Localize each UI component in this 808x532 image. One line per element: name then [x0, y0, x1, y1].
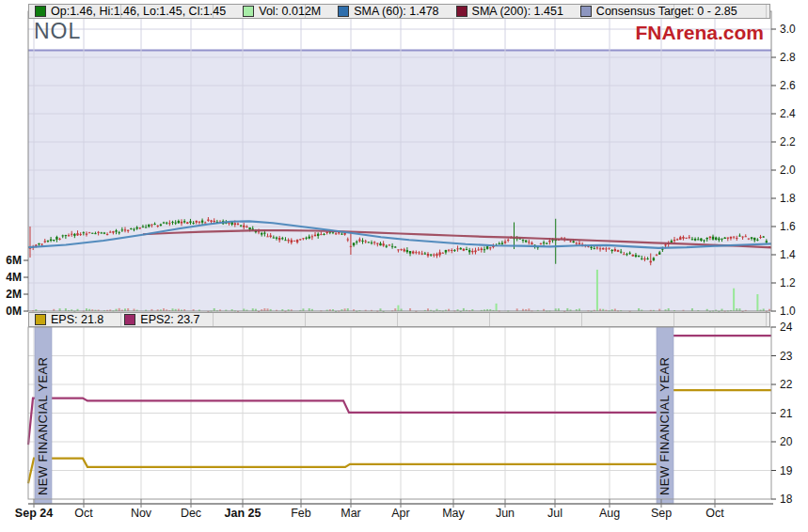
eps-legend-item: EPS: 21.8: [35, 313, 103, 326]
x-axis-label: May: [442, 507, 465, 520]
x-axis-label: Jan 25: [225, 507, 261, 520]
price-axis-label: 2.0: [780, 164, 796, 177]
x-axis-label: Oct: [74, 507, 93, 520]
price-axis-label: 2.6: [780, 79, 796, 92]
sma60-swatch: [338, 6, 349, 17]
x-axis-label: Sep: [651, 507, 672, 520]
price-axis-label: 2.8: [780, 51, 796, 64]
sma60-legend-item: SMA (60): 1.478: [338, 5, 438, 18]
ohlc-legend-item: Op:1.46, Hi:1.46, Lo:1.45, Cl:1.45: [35, 5, 226, 18]
ohlc-swatch: [35, 6, 46, 17]
volume-label: Vol: 0.012M: [259, 5, 321, 18]
price-axis-label: 1.8: [780, 192, 796, 205]
price-axis-label: 2.4: [780, 107, 796, 120]
x-axis-label: Apr: [391, 507, 409, 520]
x-axis-label: Jun: [496, 507, 515, 520]
consensus-swatch: [580, 6, 592, 17]
eps2-legend-item: EPS2: 23.7: [124, 313, 199, 326]
eps-axis-label: 19: [780, 464, 793, 477]
volume-swatch: [243, 6, 254, 17]
x-axis-label: Jul: [547, 507, 562, 520]
new-financial-year-label: NEW FINANCIAL YEAR: [36, 357, 50, 495]
sma60-label: SMA (60): 1.478: [354, 5, 438, 18]
ohlc-label: Op:1.46, Hi:1.46, Lo:1.45, Cl:1.45: [51, 5, 226, 18]
eps2-swatch: [124, 314, 135, 325]
x-axis-label: Aug: [599, 507, 620, 520]
symbol-title: NOL: [34, 19, 81, 44]
sma200-label: SMA (200): 1.451: [472, 5, 563, 18]
eps-axis-label: 24: [780, 321, 793, 334]
price-axis-label: 1.2: [780, 276, 796, 289]
price-axis-label: 3.0: [780, 23, 796, 36]
volume-axis-label: 0M: [6, 305, 22, 318]
eps-swatch: [35, 314, 46, 325]
eps-axis-label: 20: [780, 435, 793, 448]
x-axis-label: Nov: [131, 507, 152, 520]
price-legend-bar: Op:1.46, Hi:1.46, Lo:1.45, Cl:1.45Vol: 0…: [28, 4, 770, 19]
price-axis-label: 1.6: [780, 220, 796, 233]
x-axis-label: Feb: [291, 507, 311, 520]
consensus-label: Consensus Target: 0 - 2.85: [596, 5, 737, 18]
eps-axis-label: 18: [780, 493, 793, 506]
price-axis-label: 1.4: [780, 248, 796, 261]
price-axis-label: 2.2: [780, 135, 796, 149]
sma200-swatch: [456, 6, 467, 17]
eps-legend-bar: EPS: 21.8EPS2: 23.7: [28, 312, 770, 327]
volume-legend-item: Vol: 0.012M: [243, 5, 321, 18]
x-axis-label: Sep 24: [15, 507, 53, 520]
stock-chart-canvas: 3.02.82.62.42.22.01.81.61.41.21.06M4M2M0…: [0, 0, 808, 532]
fnarena-brand: FNArena.com: [635, 22, 764, 44]
stock-chart-page: 3.02.82.62.42.22.01.81.61.41.21.06M4M2M0…: [0, 0, 808, 532]
x-axis-label: Oct: [705, 507, 724, 520]
eps2-label: EPS2: 23.7: [140, 313, 199, 326]
new-financial-year-label: NEW FINANCIAL YEAR: [657, 357, 672, 495]
x-axis-label: Mar: [341, 507, 361, 520]
sma200-legend-item: SMA (200): 1.451: [456, 5, 563, 18]
volume-axis-label: 4M: [6, 271, 22, 284]
eps-axis-label: 22: [780, 378, 793, 391]
consensus-legend-item: Consensus Target: 0 - 2.85: [580, 5, 737, 18]
eps-axis-label: 21: [780, 407, 793, 420]
x-axis-label: Dec: [181, 507, 201, 520]
price-axis-label: 1.0: [780, 305, 796, 318]
volume-axis-label: 2M: [6, 288, 22, 301]
volume-axis-label: 6M: [6, 254, 22, 267]
eps-label: EPS: 21.8: [51, 313, 103, 326]
eps-axis-label: 23: [780, 350, 793, 363]
